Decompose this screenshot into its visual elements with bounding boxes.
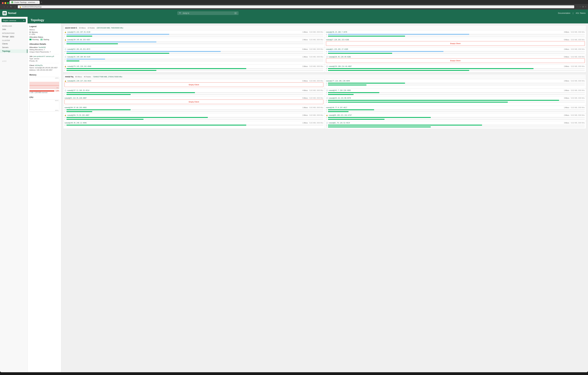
node-name[interactable]: nomad@11.235.201.17:4189: [326, 48, 348, 50]
node-header: 🕐 nomad@226.45.139.49:4286 0 Allocs 5192…: [326, 56, 585, 58]
sidebar-item-jobs[interactable]: Jobs: [0, 28, 27, 31]
node-name[interactable]: nomad@137.11.169.35:4514: [67, 90, 89, 91]
address-bar[interactable]: 🔒 localhost:4200/ui/topology: [18, 5, 574, 8]
c-bar-track: [328, 119, 585, 120]
job-label: Job:: [29, 55, 33, 57]
node-name[interactable]: nomad@236.25.180.7:4478: [326, 31, 347, 33]
node-name[interactable]: nomad@135.149.189.98:4149: [67, 56, 90, 58]
legend-metrics-label: Metrics: [29, 29, 59, 31]
bookmark-icon: ☆: [579, 6, 581, 8]
node-name[interactable]: nomad@99.109.221.192:4747: [329, 115, 352, 116]
allocation-id-link[interactable]: 5acbb361: [39, 46, 46, 48]
m-bar-fill: [66, 51, 221, 52]
home-button[interactable]: ⌂: [14, 5, 16, 8]
node-bars: M C: [326, 109, 585, 112]
c-label: C: [326, 111, 327, 112]
node-name[interactable]: nomad@252.201.45.251:4572: [67, 48, 90, 50]
memory-chart-title: Memory: [29, 74, 59, 76]
c-label: C: [326, 126, 327, 128]
browser-window: N Cluster Topology - americas - × + ‹ › …: [0, 0, 588, 372]
node-bars: M C: [326, 92, 585, 95]
node-name[interactable]: nomad@130.145.66.155:4357: [67, 39, 90, 41]
sidebar-item-servers[interactable]: Servers: [0, 46, 27, 49]
memory-bar-row: M: [326, 51, 585, 52]
client-id-link[interactable]: b524a37b: [35, 64, 42, 66]
back-button[interactable]: ‹: [3, 5, 5, 8]
acl-link[interactable]: ACL Tokens: [576, 12, 586, 14]
new-tab-button[interactable]: +: [40, 1, 43, 4]
sidebar-item-clients[interactable]: Clients: [0, 42, 27, 46]
node-name[interactable]: nomad@241.7.150.226:4903: [329, 90, 351, 91]
node-cell: 🕐 nomad@61.76.126.52:4619 3 Allocs 5192 …: [325, 121, 586, 129]
memory-bar-row: M: [326, 82, 585, 84]
node-name[interactable]: nomad@146.77.0.197:4617: [326, 107, 347, 108]
node-cell: 🕐 nomad@241.7.150.226:4903 1 Allocs 5192…: [325, 89, 586, 96]
node-bars: M C: [64, 68, 323, 71]
node-bars: M: [64, 124, 323, 126]
cpu-bar-row: C: [326, 52, 585, 54]
sidebar-item-topology[interactable]: Topology: [0, 49, 27, 53]
region-button[interactable]: Region: americas ▾: [1, 19, 26, 22]
node-bars: M C: [64, 58, 323, 62]
memory-pct-label: 118%: [55, 90, 59, 92]
c-bar-track: [328, 126, 585, 127]
node-name[interactable]: nomad@179.145.138.242:4948: [67, 65, 91, 67]
active-tab[interactable]: N Cluster Topology - americas - ×: [10, 1, 40, 4]
c-bar-track: [328, 84, 585, 85]
minimize-button[interactable]: [4, 2, 6, 4]
reload-button[interactable]: ↻: [9, 5, 13, 8]
doc-link[interactable]: Documentation: [558, 12, 570, 14]
cpu-chart-title: CPU: [29, 96, 59, 98]
node-resources: 5192 MiB, 3000 Mhz: [571, 80, 585, 82]
node-resources: 5192 MiB, 3000 Mhz: [309, 122, 323, 124]
c-label: C: [64, 35, 66, 37]
job-name-link[interactable]: json-protocol-8: [33, 55, 44, 57]
c-bar-fill: [328, 84, 367, 85]
job-task-link[interactable]: sensor-g-8: [46, 55, 54, 57]
node-resources: 5192 MiB, 3000 Mhz: [309, 80, 323, 82]
search-placeholder: Jump to: [183, 12, 189, 14]
close-button[interactable]: [2, 2, 4, 4]
memory-bar-row: M: [326, 124, 585, 126]
sidebar-item-storage[interactable]: Storage BETA: [0, 35, 27, 38]
node-name[interactable]: nomad@27.228.201.153:4106: [326, 39, 349, 41]
c-bar-fill: [328, 70, 469, 71]
separator-2: [29, 63, 59, 63]
c-bar-track: [66, 119, 323, 120]
beta-badge: BETA: [10, 36, 14, 38]
node-name[interactable]: nomad@204.74.59.183:4807: [67, 115, 89, 116]
empty-client-badge: Empty Client: [64, 100, 323, 104]
node-cell: 🔒 nomad@179.145.138.242:4948 2 Allocs 51…: [63, 65, 325, 72]
tab-close-icon[interactable]: ×: [37, 1, 38, 3]
node-name[interactable]: nomad@148.95.248.12:4846: [64, 122, 87, 124]
dc-header-azure-west-1: azure-west-1 20 Allocs 10 Nodes 22872/51…: [63, 25, 586, 30]
node-cell: 🔒 nomad@204.74.59.183:4807 2 Allocs 5192…: [63, 114, 325, 121]
node-name[interactable]: nomad@243.16.115.90:4578: [329, 97, 351, 99]
legend-status-items: Running Starting: [29, 39, 59, 41]
dc-allocs: 80 Allocs: [75, 76, 82, 78]
priority-row: Priority: 25: [29, 60, 59, 62]
node-name[interactable]: nomad@159.180.214.46:4007: [329, 65, 352, 67]
m-label: M: [326, 33, 327, 35]
node-bars: M C: [64, 117, 323, 120]
search-bar[interactable]: 🔍 Jump to /: [177, 11, 239, 15]
node-name[interactable]: nomad@226.45.139.49:4286: [329, 56, 351, 58]
browser-toolbar: ‹ › ↻ ⌂ 🔒 localhost:4200/ui/topology ···…: [0, 4, 588, 10]
node-header: 🕐 nomad@243.16.115.90:4578 3 Allocs 5192…: [326, 97, 585, 99]
node-name[interactable]: nomad@35.114.35.228:4807: [64, 97, 87, 99]
node-name[interactable]: nomad@61.76.126.52:4619: [329, 122, 350, 124]
node-name[interactable]: nomad@172.222.197.91:4130: [67, 31, 90, 33]
search-shortcut: /: [234, 12, 237, 14]
node-name[interactable]: nomad@101.239.137.216:4419: [67, 80, 91, 82]
legend-section: Legend Metrics M: Memory C: CPU Allocati…: [29, 25, 59, 41]
maximize-button[interactable]: [7, 2, 9, 4]
node-bars: M C: [64, 92, 323, 95]
node-allocs: 3 Allocs: [564, 122, 569, 124]
node-name[interactable]: nomad@104.97.60.195:4903: [64, 107, 87, 108]
memory-bar-track: [29, 90, 54, 92]
m-bar-track: [328, 109, 585, 110]
forward-button[interactable]: ›: [6, 5, 9, 8]
node-name[interactable]: nomad@177.126.106.138:4049: [326, 80, 350, 82]
node-header: nomad@148.95.248.12:4846 1 Allocs 5192 M…: [64, 122, 323, 124]
servers-label: Servers: [2, 46, 8, 49]
